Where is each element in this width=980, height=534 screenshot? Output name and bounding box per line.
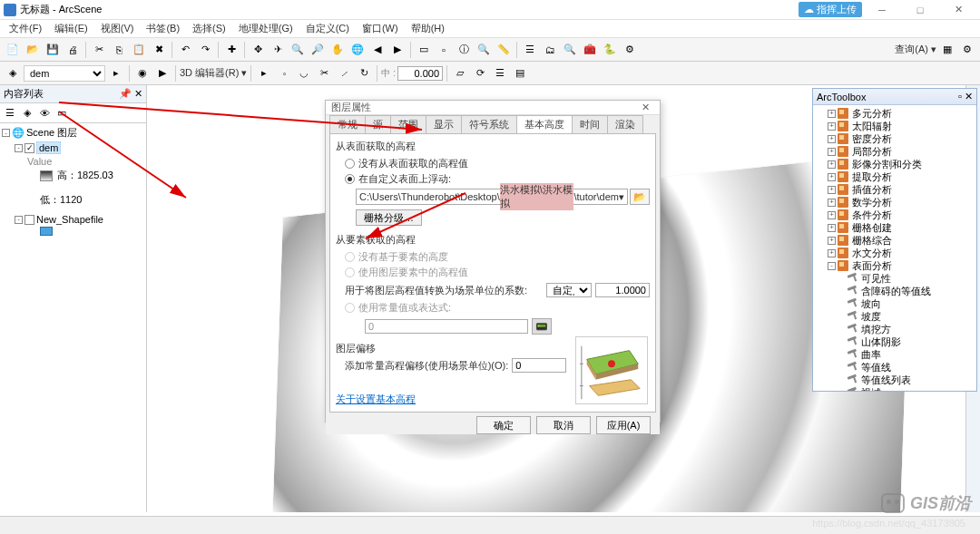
menu-customize[interactable]: 自定义(C) bbox=[300, 20, 355, 37]
reshape-icon[interactable]: ◡ bbox=[295, 64, 313, 83]
identify-icon[interactable]: ⓘ bbox=[455, 41, 473, 59]
layer-checkbox[interactable] bbox=[24, 215, 34, 225]
expand-icon[interactable]: + bbox=[828, 224, 836, 232]
find-icon[interactable]: 🔍 bbox=[475, 41, 493, 59]
expand-icon[interactable]: + bbox=[828, 122, 836, 131]
python-icon[interactable]: 🐍 bbox=[601, 41, 619, 59]
tab-render[interactable]: 渲染 bbox=[607, 115, 643, 133]
expand-icon[interactable]: + bbox=[828, 211, 836, 219]
copy-icon[interactable]: ⎘ bbox=[110, 41, 128, 59]
fly-icon[interactable]: ✈ bbox=[269, 41, 287, 59]
toolbox-item[interactable]: +插值分析 bbox=[815, 183, 975, 196]
tool-item[interactable]: 山体阴影 bbox=[815, 335, 975, 348]
prev-extent-icon[interactable]: ◀ bbox=[368, 41, 387, 59]
toc-pin-icon[interactable]: 📌 ✕ bbox=[119, 88, 142, 100]
expand-icon[interactable]: + bbox=[828, 160, 836, 169]
menu-window[interactable]: 窗口(W) bbox=[357, 20, 404, 37]
menu-help[interactable]: 帮助(H) bbox=[406, 20, 450, 37]
toolbox-icon[interactable]: 🧰 bbox=[581, 41, 599, 59]
list-by-source-icon[interactable]: ◈ bbox=[19, 105, 35, 121]
animation-icon[interactable]: ▶ bbox=[153, 64, 172, 83]
model-icon[interactable]: ⚙ bbox=[621, 41, 639, 59]
arctoolbox-tree[interactable]: +多元分析+太阳辐射+密度分析+局部分析+影像分割和分类+提取分析+插值分析+数… bbox=[813, 105, 976, 391]
select-icon[interactable]: ▭ bbox=[415, 41, 433, 59]
zoomin-icon[interactable]: 🔍 bbox=[289, 41, 307, 59]
cut-poly-icon[interactable]: ✂ bbox=[315, 64, 333, 83]
cancel-button[interactable]: 取消 bbox=[536, 416, 591, 434]
list-by-draw-icon[interactable]: ☰ bbox=[2, 105, 18, 121]
add-data-icon[interactable]: ✚ bbox=[222, 41, 240, 59]
measure-icon[interactable]: 📏 bbox=[495, 41, 513, 59]
ok-button[interactable]: 确定 bbox=[476, 416, 531, 434]
tab-baseheight[interactable]: 基本高度 bbox=[516, 115, 573, 133]
layer-checkbox[interactable]: ✓ bbox=[24, 143, 34, 153]
redo-icon[interactable]: ↷ bbox=[196, 41, 214, 59]
apply-button[interactable]: 应用(A) bbox=[596, 416, 651, 434]
menu-file[interactable]: 文件(F) bbox=[4, 20, 47, 37]
expand-icon[interactable]: + bbox=[828, 249, 836, 257]
open-icon[interactable]: 📂 bbox=[24, 41, 42, 59]
factor-select[interactable]: 自定义 bbox=[546, 283, 592, 297]
cut-icon[interactable]: ✂ bbox=[90, 41, 108, 59]
expand-icon[interactable]: + bbox=[828, 148, 836, 156]
edit-vertex-icon[interactable]: ◦ bbox=[275, 64, 293, 83]
tool-item[interactable]: 坡度 bbox=[815, 310, 975, 323]
tool-item[interactable]: 坡向 bbox=[815, 297, 975, 310]
toolbox-item[interactable]: +太阳辐射 bbox=[815, 120, 975, 132]
tool-item[interactable]: 视域 bbox=[815, 386, 975, 391]
browse-button[interactable]: 📂 bbox=[630, 189, 650, 205]
radio-icon[interactable] bbox=[345, 174, 355, 184]
split-icon[interactable]: ⟋ bbox=[335, 64, 353, 83]
toolbox-item[interactable]: +提取分析 bbox=[815, 170, 975, 183]
list-by-vis-icon[interactable]: 👁 bbox=[36, 105, 53, 121]
toolbox-item[interactable]: +密度分析 bbox=[815, 132, 975, 145]
minimize-button[interactable]: ─ bbox=[864, 1, 900, 19]
toolbox-item[interactable]: +多元分析 bbox=[815, 107, 975, 120]
sketch-icon[interactable]: ▱ bbox=[451, 64, 469, 83]
expand-icon[interactable]: + bbox=[828, 110, 836, 118]
menu-bookmark[interactable]: 书签(B) bbox=[141, 20, 185, 37]
dialog-titlebar[interactable]: 图层属性 ✕ bbox=[326, 101, 660, 115]
toolbox-item[interactable]: +水文分析 bbox=[815, 247, 975, 259]
radio-icon[interactable] bbox=[345, 159, 355, 169]
expand-icon[interactable]: - bbox=[828, 262, 836, 270]
surface-path-input[interactable]: C:\Users\Thunderobot\Desktop\洪水模拟\洪水模拟\t… bbox=[356, 189, 628, 205]
search-label[interactable]: 查询(A) ▾ bbox=[895, 43, 936, 56]
sketch-props-icon[interactable]: ▤ bbox=[511, 64, 529, 83]
tab-general[interactable]: 常规 bbox=[329, 115, 366, 133]
cloud-upload-button[interactable]: ☁ 指挥上传 bbox=[799, 2, 862, 17]
search-window-icon[interactable]: 🔍 bbox=[561, 41, 579, 59]
options-icon[interactable]: ⚙ bbox=[958, 41, 976, 59]
toolbox-item[interactable]: +栅格创建 bbox=[815, 221, 975, 234]
tab-extent[interactable]: 范围 bbox=[390, 115, 426, 133]
toc-icon[interactable]: ☰ bbox=[521, 41, 539, 59]
tool-item[interactable]: 等值线 bbox=[815, 361, 975, 374]
tool-item[interactable]: 填挖方 bbox=[815, 323, 975, 335]
pan-icon[interactable]: ✋ bbox=[328, 41, 347, 59]
factor-input[interactable] bbox=[595, 283, 650, 297]
catalog-icon[interactable]: 🗂 bbox=[541, 41, 559, 59]
dialog-close-icon[interactable]: ✕ bbox=[636, 102, 654, 113]
full-extent-icon[interactable]: 🌐 bbox=[348, 41, 367, 59]
zoomout-icon[interactable]: 🔎 bbox=[309, 41, 327, 59]
attr-icon[interactable]: ☰ bbox=[491, 64, 509, 83]
layer-select[interactable]: dem bbox=[24, 65, 105, 82]
undo-icon[interactable]: ↶ bbox=[176, 41, 194, 59]
offset-input[interactable] bbox=[512, 358, 566, 373]
tool-item[interactable]: 含障碍的等值线 bbox=[815, 285, 975, 297]
tab-symbology[interactable]: 符号系统 bbox=[461, 115, 517, 133]
atb-close-icon[interactable]: ▫ ✕ bbox=[958, 91, 973, 102]
expand-icon[interactable]: + bbox=[828, 135, 836, 143]
help-link[interactable]: 关于设置基本高程 bbox=[336, 393, 416, 406]
layer-dem[interactable]: - ✓ dem bbox=[2, 141, 144, 155]
tab-source[interactable]: 源 bbox=[365, 115, 391, 133]
menu-select[interactable]: 选择(S) bbox=[187, 20, 231, 37]
toolbox-item[interactable]: +局部分析 bbox=[815, 145, 975, 158]
tool-item[interactable]: 等值线列表 bbox=[815, 374, 975, 386]
menu-view[interactable]: 视图(V) bbox=[95, 20, 140, 37]
list-by-sel-icon[interactable]: ▭ bbox=[54, 105, 70, 121]
expand-icon[interactable]: + bbox=[828, 237, 836, 245]
nav-icon[interactable]: ✥ bbox=[249, 41, 267, 59]
paste-icon[interactable]: 📋 bbox=[130, 41, 148, 59]
toolbox-item[interactable]: +影像分割和分类 bbox=[815, 158, 975, 170]
